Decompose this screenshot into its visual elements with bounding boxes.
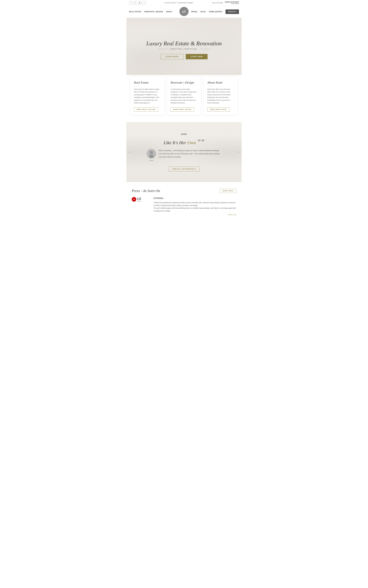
more-about-katie-button[interactable]: MORE ABOUT KATIE [207, 107, 229, 112]
more-about-design-button[interactable]: MORE ABOUT DESIGN [171, 107, 194, 112]
nav-contact[interactable]: CONTACT [226, 10, 239, 14]
press-brand-name: LG Hausys [154, 197, 236, 199]
nav-real-estate[interactable]: REAL ESTATE [129, 8, 141, 16]
press-title: Press - As Seen On [132, 189, 160, 193]
nav-home-search[interactable]: HOME SEARCH [209, 8, 222, 16]
card-real-estate: Real Estate Every buyer & seller needs a… [130, 76, 165, 116]
testimonial-section: ‹ › ““ Like It's Her Own ”” Sierra Katie… [126, 122, 242, 182]
testimonial-prev-button[interactable]: ‹ [129, 150, 130, 154]
nav-about[interactable]: ABOUT [166, 8, 172, 16]
card-renovate-text: An all-inclusive home sales experience. … [171, 88, 197, 104]
facebook-icon[interactable]: f [129, 1, 132, 5]
testimonial-name: Sierra [149, 160, 153, 161]
lg-logo-text: LG [137, 197, 141, 200]
hero-section: Luxury Real Estate & Renovation CREATING… [126, 18, 242, 79]
lg-logo-subtext: Hausys [137, 200, 141, 202]
card-about-text: Katie Kurtz offers more than just sales.… [207, 88, 234, 104]
press-article-text: "Owned and operated by husband and wife … [154, 201, 236, 212]
top-bar: f P ▶ □ KATIE KURTZ | ADORNED HOMES (612… [126, 0, 242, 6]
press-logo-lg: LG LG Hausys [132, 197, 150, 202]
navigation: REAL ESTATE RENOVATE | DESIGN ABOUT ah P… [126, 6, 242, 18]
learn-more-button[interactable]: LEARN MORE [160, 54, 184, 59]
hero-title: Luxury Real Estate & Renovation [146, 40, 222, 47]
card-renovate-design: Renovate | Design An all-inclusive home … [167, 76, 201, 116]
testimonial-heading: Like It's Her Own ”” [164, 140, 204, 145]
youtube-icon[interactable]: ▶ [138, 1, 142, 5]
nav-right: PRESS BLOG HOME SEARCH CONTACT [191, 8, 239, 16]
instagram-icon[interactable]: □ [143, 1, 146, 5]
lg-logo-circle: LG [132, 197, 136, 202]
social-icons: f P ▶ □ [129, 1, 146, 5]
press-content-lg: LG Hausys "Owned and operated by husband… [154, 197, 236, 216]
more-about-selling-button[interactable]: MORE ABOUT SELLING [134, 107, 158, 112]
testimonial-next-button[interactable]: › [238, 150, 239, 154]
testimonial-author: Sierra [147, 149, 156, 161]
testimonial-text: Katie is amazing… from helping us stage … [159, 149, 221, 158]
card-inline-link[interactable]: in [156, 94, 157, 96]
nav-blog[interactable]: BLOG [201, 8, 206, 16]
site-name: KATIE KURTZ | ADORNED HOMES [165, 2, 193, 4]
card-real-estate-title: Real Estate [134, 81, 161, 84]
nav-press[interactable]: PRESS [191, 8, 197, 16]
svg-point-1 [150, 151, 153, 154]
press-item-lg: LG LG Hausys LG Hausys "Owned and operat… [132, 197, 236, 216]
nav-renovate-design[interactable]: RENOVATE | DESIGN [145, 8, 163, 16]
start-now-button[interactable]: START NOW [186, 54, 208, 59]
testimonial-avatar [147, 149, 156, 158]
nav-left: REAL ESTATE RENOVATE | DESIGN ABOUT [129, 8, 172, 16]
hero-content: Luxury Real Estate & Renovation CREATING… [146, 40, 222, 59]
press-content-divider [154, 200, 164, 200]
view-all-testimonials-button[interactable]: VIEW ALL TESTIMONIALS [168, 166, 200, 171]
pinterest-icon[interactable]: P [134, 1, 137, 5]
more-press-button[interactable]: MORE PRESS [220, 189, 236, 193]
press-check-out-link[interactable]: Check it out [154, 214, 236, 216]
press-section: Press - As Seen On MORE PRESS LG LG Haus… [126, 182, 242, 222]
open-quote: ““ [181, 133, 187, 138]
hero-buttons: LEARN MORE START NOW [146, 54, 222, 59]
top-right: (612) 702-6480 ENGEL&VÖLKERS KATIE KURTZ [212, 1, 239, 4]
card-about-title: About Katie [207, 81, 234, 84]
hero-subtitle: CREATING LIFESTYLES. [146, 48, 222, 50]
phone-number: (612) 702-6480 [212, 2, 223, 4]
brand-logo: ENGEL&VÖLKERS KATIE KURTZ [225, 1, 239, 4]
press-header: Press - As Seen On MORE PRESS [132, 189, 236, 193]
testimonial-body: Sierra Katie is amazing… from helping us… [147, 149, 221, 161]
svg-point-2 [149, 154, 154, 158]
cards-section: Real Estate Every buyer & seller needs a… [126, 75, 242, 117]
card-real-estate-text: Every buyer & seller needs a realtor wit… [134, 88, 161, 104]
card-renovate-title: Renovate | Design [171, 81, 197, 84]
nav-logo[interactable]: ah [179, 7, 189, 16]
card-about-katie: About Katie Katie Kurtz offers more than… [203, 76, 238, 116]
